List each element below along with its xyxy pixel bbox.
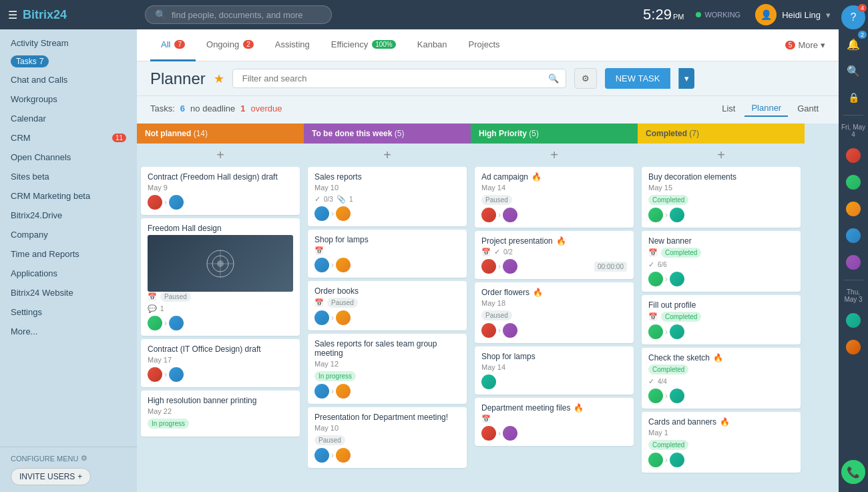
lock-button[interactable]: 🔒 (841, 85, 865, 109)
avatar-fri-4[interactable] (841, 224, 865, 248)
clock-display: 5:29 PM (643, 6, 684, 23)
sidebar-item-open-channels[interactable]: Open Channels (0, 148, 137, 167)
calendar-icon: 📅 (148, 292, 157, 301)
column-cards-completed: Buy decoration elements May 15 Completed… (638, 167, 805, 492)
tab-all[interactable]: All 7 (150, 29, 196, 61)
card-project-presentation[interactable]: Project presentation 🔥 📅 ✓ 0/2 › 00:00:0… (475, 231, 634, 279)
gear-icon: ⚙ (582, 73, 590, 83)
column-add-not-planned[interactable]: + (137, 144, 304, 167)
tab-kanban[interactable]: Kanban (407, 29, 458, 61)
avatar (336, 448, 351, 463)
sidebar-item-more[interactable]: More... (0, 322, 137, 341)
question-icon: ? (851, 11, 857, 23)
sidebar-footer: CONFIGURE MENU ⚙ INVITE USERS + (0, 447, 137, 492)
sidebar-item-calendar[interactable]: Calendar (0, 109, 137, 128)
card-sales-reports-meeting[interactable]: Sales reports for sales team group meeti… (308, 334, 467, 404)
card-contract-freedom[interactable]: Contract (Freedom Hall design) draft May… (141, 167, 300, 215)
card-presentation-dept[interactable]: Presentation for Department meeting! May… (308, 407, 467, 468)
avatar-thu-2[interactable] (841, 335, 865, 359)
avatar-fri-5[interactable] (841, 250, 865, 274)
column-high-priority: High Priority (5) + Ad campaign 🔥 May 14… (471, 124, 638, 492)
search-button[interactable]: 🔍 (841, 59, 865, 83)
sidebar-item-drive[interactable]: Bitrix24.Drive (0, 206, 137, 225)
tab-more[interactable]: 5 More ▾ (785, 40, 825, 50)
column-add-high-priority[interactable]: + (471, 144, 638, 167)
column-not-planned: Not planned (14) + Contract (Freedom Hal… (137, 124, 304, 492)
avatar (314, 310, 329, 325)
sidebar-item-applications[interactable]: Applications (0, 264, 137, 283)
view-gantt[interactable]: Gantt (791, 101, 825, 116)
view-planner[interactable]: Planner (744, 100, 788, 117)
avatar (314, 258, 329, 272)
help-button[interactable]: ? 4 (841, 5, 865, 29)
planner-header: Planner ★ 🔍 ⚙ NEW TASK ▾ (137, 61, 839, 96)
view-list[interactable]: List (715, 101, 742, 116)
sidebar-item-workgroups[interactable]: Workgroups (0, 89, 137, 109)
card-shop-lamps-2[interactable]: Shop for lamps May 14 (475, 346, 634, 395)
sidebar-item-chat[interactable]: Chat and Calls (0, 70, 137, 89)
card-order-books[interactable]: Order books 📅 Paused › (308, 281, 467, 330)
avatar (648, 208, 663, 222)
sidebar-item-time-reports[interactable]: Time and Reports (0, 244, 137, 264)
notifications-button[interactable]: 🔔 2 (841, 32, 865, 56)
tab-assisting[interactable]: Assisting (264, 29, 320, 61)
sidebar-item-activity-stream[interactable]: Activity Stream (0, 33, 137, 53)
card-dept-meeting-files[interactable]: Department meeting files 🔥 📅 › (475, 398, 634, 446)
new-task-button[interactable]: NEW TASK (605, 68, 671, 89)
star-icon[interactable]: ★ (214, 71, 224, 86)
calendar-icon: 📅 (314, 298, 324, 307)
avatar (846, 148, 861, 163)
tabs-bar: All 7 Ongoing 2 Assisting Efficiency 100… (137, 29, 839, 61)
avatar (314, 448, 329, 463)
column-add-completed[interactable]: + (638, 144, 805, 167)
filter-search-box[interactable]: 🔍 (232, 69, 566, 88)
sidebar-item-sites[interactable]: Sites beta (0, 167, 137, 186)
sidebar-item-crm[interactable]: CRM 11 (0, 128, 137, 148)
sidebar-item-crm-marketing[interactable]: CRM Marketing beta (0, 186, 137, 206)
card-freedom-hall-design[interactable]: Freedom Hall design 📅 Paused (141, 218, 300, 336)
avatar-fri-2[interactable] (841, 170, 865, 194)
card-sales-reports[interactable]: Sales reports May 10 ✓ 0/3 📎 1 › (308, 167, 467, 226)
card-high-res-banner[interactable]: High resolution banner printing May 22 I… (141, 391, 300, 437)
settings-button[interactable]: ⚙ (574, 68, 597, 89)
sidebar-item-website[interactable]: Bitrix24 Website (0, 283, 137, 302)
sidebar-item-company[interactable]: Company (0, 225, 137, 244)
avatar-thu-1[interactable] (841, 308, 865, 332)
avatar-fri-3[interactable] (841, 197, 865, 221)
sidebar-item-tasks[interactable]: Tasks 7 (11, 55, 49, 67)
hamburger-icon[interactable]: ☰ (8, 9, 17, 21)
invite-users-button[interactable]: INVITE USERS + (11, 468, 91, 485)
sidebar-nav: Activity Stream Tasks 7 Chat and Calls W… (0, 29, 137, 447)
card-fill-profile[interactable]: Fill out profile 📅 Completed › (642, 295, 801, 344)
card-new-banner[interactable]: New banner 📅 Completed ✓ 6/6 › (642, 231, 801, 292)
configure-menu[interactable]: CONFIGURE MENU ⚙ (11, 454, 126, 463)
avatar (148, 195, 162, 210)
user-info[interactable]: 👤 Heidi Ling ▾ (755, 4, 831, 25)
tab-ongoing[interactable]: Ongoing 2 (196, 29, 264, 61)
avatar (503, 208, 517, 222)
check-icon: ✓ (648, 377, 654, 386)
search-input[interactable] (172, 10, 305, 20)
phone-button[interactable]: 📞 (841, 460, 865, 484)
card-buy-decoration[interactable]: Buy decoration elements May 15 Completed… (642, 167, 801, 228)
tab-efficiency[interactable]: Efficiency 100% (320, 29, 407, 61)
card-check-sketch[interactable]: Check the sketch 🔥 Completed ✓ 4/4 › (642, 348, 801, 409)
column-to-be-done: To be done this week (5) + Sales reports… (304, 124, 471, 492)
card-cards-banners[interactable]: Cards and banners 🔥 May 1 Completed › (642, 412, 801, 473)
avatar (481, 208, 496, 222)
avatar (670, 272, 684, 286)
avatar-fri-1[interactable] (841, 144, 865, 168)
column-add-to-be-done[interactable]: + (304, 144, 471, 167)
card-contract-it-office[interactable]: Contract (IT Office Design) draft May 17… (141, 339, 300, 387)
card-ad-campaign[interactable]: Ad campaign 🔥 May 14 Paused › (475, 167, 634, 228)
card-order-flowers[interactable]: Order flowers 🔥 May 18 Paused › (475, 282, 634, 343)
search-icon: 🔍 (548, 73, 559, 83)
search-box[interactable]: 🔍 (145, 5, 332, 24)
filter-input[interactable] (240, 69, 548, 87)
new-task-dropdown-button[interactable]: ▾ (678, 68, 694, 89)
avatar (336, 310, 351, 325)
sidebar-tasks-row: Tasks 7 (0, 53, 137, 70)
card-shop-lamps-1[interactable]: Shop for lamps 📅 › (308, 230, 467, 278)
tab-projects[interactable]: Projects (458, 29, 511, 61)
sidebar-item-settings[interactable]: Settings (0, 302, 137, 322)
